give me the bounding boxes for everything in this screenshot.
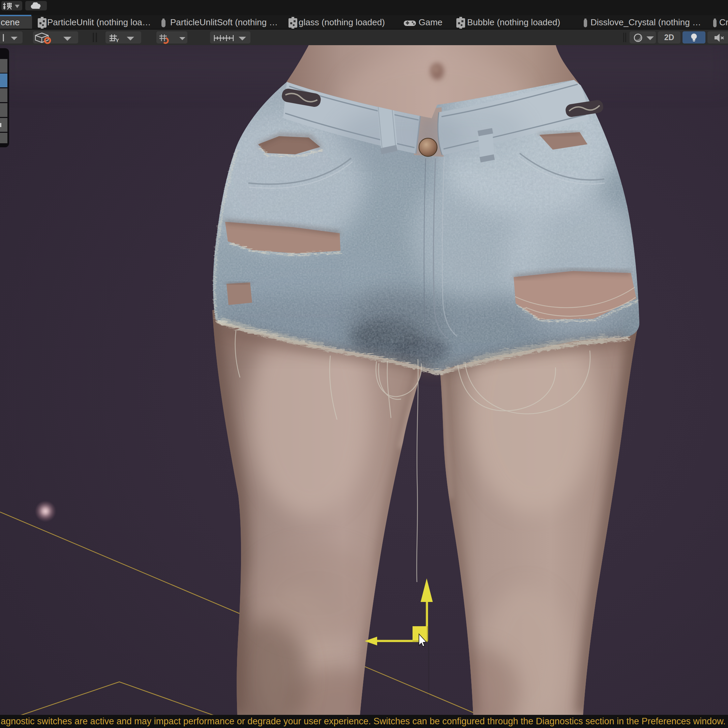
svg-text:Y: Y: [116, 37, 119, 43]
